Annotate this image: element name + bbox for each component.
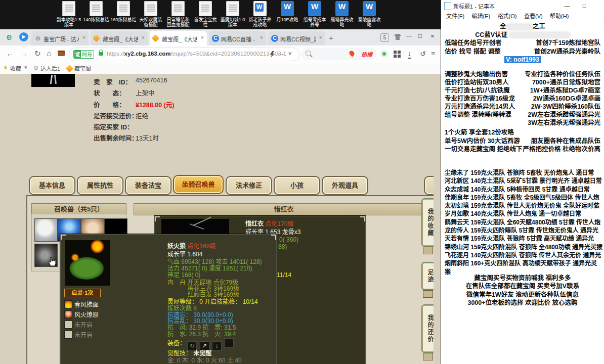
briefcase-icon[interactable] xyxy=(58,51,65,56)
sidebar-my-counteroffer[interactable]: 我的还价 xyxy=(421,304,434,353)
menu-view[interactable]: 查看(V) xyxy=(524,11,543,21)
status-label: 状 态： xyxy=(94,88,125,98)
tab-title: 藏宝阁_《大话西游 xyxy=(103,35,138,43)
dropdown-chevron-icon[interactable]: ∨ xyxy=(288,50,292,57)
bookmark-item[interactable]: 达人后1 xyxy=(40,64,60,72)
browser-toolbar: ← → ↻ ⌂ 证网易 https://xy2.cbg.163.com/equi… xyxy=(0,46,441,63)
safety-status-icon[interactable] xyxy=(381,51,387,57)
tab-title: 藏宝阁_《大话西游 xyxy=(162,35,197,43)
more-dots-icon[interactable]: … xyxy=(278,50,284,57)
tab-close-icon[interactable]: × xyxy=(82,34,85,40)
time-left-value: 13天1时 xyxy=(136,133,159,143)
tab-equipment[interactable]: 装备法宝 xyxy=(125,176,171,195)
tab-appearance[interactable]: 外观道具 xyxy=(322,176,368,195)
desktop-icon[interactable]: 160炼狱总结 xyxy=(109,1,138,22)
desktop-icon-label: 组号零成本 养号 xyxy=(300,17,329,27)
new-tab-button[interactable]: + xyxy=(329,33,333,42)
tab-spell-correction[interactable]: 法术修正 xyxy=(226,176,272,195)
np-service-row: 调整秒鬼大炮输出伤害专业打造各种价位任务队伍 xyxy=(442,70,603,78)
desktop-icon[interactable]: 组号零成本 养号 xyxy=(300,1,329,27)
desktop-icon[interactable]: 副本攻略1.5 版本 xyxy=(55,1,83,27)
browser-tab[interactable]: 藏宝阁_《大话西游× xyxy=(91,31,148,46)
extension-badge[interactable]: 5 xyxy=(380,33,389,42)
sidebar-footprints[interactable]: 足迹 xyxy=(421,262,434,290)
price-label: 价 格： xyxy=(94,100,125,109)
desktop-wallpaper: 副本攻略1.5 版本 140炼狱总结 160炼狱总结 天梯双魔装 备搭配 日常睡… xyxy=(0,0,441,29)
home-icon[interactable]: ⌂ xyxy=(47,49,52,58)
notepad-maximize-button[interactable]: □ xyxy=(577,1,591,10)
send-arrow-shape xyxy=(22,35,26,39)
reload-icon[interactable]: ↻ xyxy=(34,49,41,58)
skin-tshirt-icon[interactable] xyxy=(394,34,401,40)
text-file-icon xyxy=(144,1,157,16)
browser-tab[interactable]: C网易CC视频_游戏× xyxy=(268,31,325,46)
desktop-icon[interactable]: 天梯双魔装 备搭配 xyxy=(137,1,165,27)
search-box[interactable]: 热搜 xyxy=(301,48,376,60)
notepad-text-area[interactable]: 全之工 CC蓝V认证 低端任务组号开创者首创7千159炼狱地宫队 估价 找号 搭… xyxy=(442,21,603,363)
notepad-minimize-button[interactable]: — xyxy=(560,1,574,10)
minimize-button[interactable]: — xyxy=(406,32,412,39)
desktop-icon[interactable]: 月10E攻略 xyxy=(273,1,301,22)
browser-tab[interactable]: ⊕鉴宝广场 - 达人后1× xyxy=(31,31,89,46)
desktop-icon[interactable]: 新老孩子养 成攻略 xyxy=(246,1,274,27)
np-wechat-line: V: noif1993 xyxy=(442,56,603,64)
tab-attributes[interactable]: 属性抗性 xyxy=(77,176,123,195)
equip-panel-header: 惜红衣 xyxy=(134,203,434,215)
back-icon[interactable]: ← xyxy=(6,49,14,58)
download-icon[interactable]: ↓ xyxy=(408,50,411,59)
figure-fragment xyxy=(192,217,211,226)
tab-basic-info[interactable]: 基本信息 xyxy=(29,176,75,195)
browser-logo-icon[interactable]: e xyxy=(4,31,15,42)
skill-icon-fire xyxy=(64,310,72,318)
censored-text-overlay xyxy=(509,32,570,38)
favorites-label[interactable]: 收藏 xyxy=(10,64,21,72)
undo-icon[interactable]: ↺ xyxy=(420,50,426,58)
browser-tab-active[interactable]: 藏宝阁_《大话西游× xyxy=(150,31,207,46)
menu-file[interactable]: 文件(F) xyxy=(446,11,464,21)
menu-help[interactable]: 帮助(H) xyxy=(550,11,569,21)
team-line: 佳期良年 159克火混队 5畜牧 全5级回气5级回体 传世人炮 xyxy=(442,194,603,202)
team-line: 飞花逐月 140克火四阶混队 苍狼阵 传世人其余无价 通异光 xyxy=(442,251,603,259)
desktop-icon[interactable]: 画魔幻城1.0 版本 xyxy=(219,1,247,27)
summon-thumb-bear[interactable] xyxy=(34,218,58,242)
text-file-icon xyxy=(171,1,185,16)
skill-icon-fire xyxy=(64,300,72,308)
tab-close-icon[interactable]: × xyxy=(142,34,145,40)
menu-icon[interactable]: ≡ xyxy=(431,50,435,58)
bookmark-item[interactable]: 藏宝阁 xyxy=(74,64,91,72)
address-bar[interactable]: 证网易 https://xy2.cbg.163.com/equip?s=503&… xyxy=(69,48,299,61)
tab-close-icon[interactable]: × xyxy=(260,34,263,40)
np-service-row: 组号调整 混转睡/睡转混2W左右混杀蹭帮强通异光 xyxy=(442,111,603,119)
character-preview-image xyxy=(31,74,75,87)
tab-title: 网易CC直播 - 大型 xyxy=(221,35,256,43)
desktop-icon[interactable]: 雁塔异光攻 略 xyxy=(328,1,356,27)
search-icon xyxy=(306,51,311,56)
gem-icon xyxy=(66,65,74,73)
pet2-stat-fragment: 0( 360) xyxy=(279,236,298,243)
tab-child[interactable]: 小孩 xyxy=(274,176,320,195)
hot-search-label[interactable]: 热搜 xyxy=(361,50,372,58)
tab-mount-summons-active[interactable]: 坐骑召唤兽 xyxy=(173,175,224,194)
sidebar-divider-icon xyxy=(423,290,433,298)
corner-mark xyxy=(360,216,365,221)
browser-tab[interactable]: C网易CC直播 - 大型× xyxy=(209,31,266,46)
caret-down-icon[interactable]: ▾ xyxy=(24,64,27,71)
team-line: 尘缘未了 159克火混队 苍狼阵 5畜牧 无价炮鬼人 通日常 xyxy=(442,169,603,177)
tab-partial[interactable] xyxy=(424,176,434,195)
desktop-icon[interactable]: 140炼狱总结 xyxy=(82,1,110,22)
tab-close-icon[interactable]: × xyxy=(201,34,204,40)
telegram-icon[interactable] xyxy=(19,32,28,41)
desktop-icon[interactable]: 秦陵幽宫攻 略 xyxy=(355,1,383,27)
desktop-icon[interactable]: 日常睡装和 回血鬼搭配 xyxy=(164,1,192,27)
menu-format[interactable]: 格式(O) xyxy=(498,11,517,21)
apps-grid-icon[interactable] xyxy=(394,51,397,54)
tab-close-icon[interactable]: × xyxy=(319,34,322,40)
desktop-icon[interactable]: 首发宝宝抗 性 xyxy=(191,1,220,27)
desktop-icon-label: 画魔幻城1.0 版本 xyxy=(219,17,247,27)
notepad-title-bar[interactable]: 新标题1 - 记事本 — □ xyxy=(441,0,604,12)
maximize-button[interactable]: □ xyxy=(418,32,422,39)
forward-icon[interactable]: → xyxy=(20,49,28,58)
close-button[interactable]: × xyxy=(430,32,435,40)
menu-edit[interactable]: 编辑(E) xyxy=(472,11,491,21)
sidebar-my-favorites[interactable]: 我的收藏 xyxy=(421,198,434,247)
